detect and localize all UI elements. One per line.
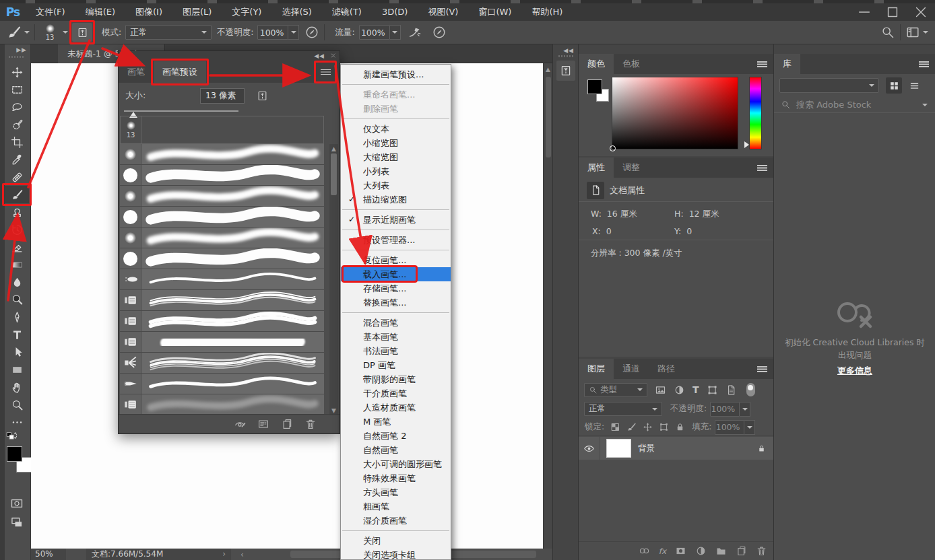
menu-item-5[interactable]: 仅文本 bbox=[341, 122, 451, 136]
quick-selection-tool[interactable] bbox=[5, 116, 29, 133]
opacity-field[interactable]: 100% bbox=[257, 25, 288, 40]
slider-track[interactable] bbox=[124, 110, 238, 112]
lock-position-icon[interactable] bbox=[643, 422, 653, 432]
delete-brush-icon[interactable] bbox=[304, 418, 317, 430]
tab-libraries[interactable]: 库 bbox=[774, 54, 800, 74]
menu-item-6[interactable]: 滤镜(T) bbox=[322, 3, 372, 21]
collapse-toolbar-icon[interactable]: ▶▶ bbox=[16, 46, 27, 53]
filter-adjustment-layers-icon[interactable] bbox=[674, 384, 685, 396]
zoom-tool[interactable] bbox=[5, 396, 29, 413]
menu-item-23[interactable]: 书法画笔 bbox=[341, 344, 451, 358]
collapse-panel-icon[interactable]: ◀◀ bbox=[314, 53, 325, 59]
size-input[interactable]: 13 像素 bbox=[200, 88, 245, 104]
foreground-color-swatch[interactable] bbox=[7, 446, 22, 462]
menu-item-6[interactable]: 小缩览图 bbox=[341, 136, 451, 150]
filter-type-layers-icon[interactable]: T bbox=[692, 384, 699, 395]
menu-item-37[interactable]: 关闭 bbox=[341, 534, 451, 548]
minimize-button[interactable] bbox=[850, 3, 878, 21]
menu-item-8[interactable]: 视图(V) bbox=[418, 3, 468, 21]
new-layer-icon[interactable] bbox=[736, 545, 747, 557]
history-brush-tool[interactable] bbox=[5, 221, 29, 238]
status-back-icon[interactable]: ‹ bbox=[240, 550, 244, 559]
filter-smart-objects-icon[interactable] bbox=[726, 384, 737, 396]
menu-item-17[interactable]: 载入画笔... bbox=[341, 267, 451, 281]
pen-tool[interactable] bbox=[5, 308, 29, 326]
menu-item-29[interactable]: 自然画笔 2 bbox=[341, 429, 451, 443]
menu-item-0[interactable]: 新建画笔预设... bbox=[341, 67, 451, 81]
lock-pixels-icon[interactable] bbox=[626, 422, 637, 432]
brush-tool[interactable] bbox=[5, 186, 29, 203]
menu-item-14[interactable]: 预设管理器... bbox=[341, 233, 451, 247]
menu-item-3[interactable]: 图层(L) bbox=[172, 3, 222, 21]
layer-name[interactable]: 背景 bbox=[638, 443, 655, 454]
toggle-brush-panel-button[interactable] bbox=[72, 23, 92, 42]
layer-opacity-dropdown[interactable] bbox=[740, 402, 750, 417]
tab-swatches[interactable]: 色板 bbox=[614, 54, 649, 74]
close-panel-icon[interactable] bbox=[330, 53, 336, 59]
flow-field[interactable]: 100% bbox=[359, 25, 390, 40]
menu-item-21[interactable]: 混合画笔 bbox=[341, 316, 451, 330]
crop-tool[interactable] bbox=[5, 133, 29, 151]
menu-item-0[interactable]: 文件(F) bbox=[26, 3, 75, 21]
collapsed-brush-panel-button[interactable] bbox=[556, 61, 575, 81]
menu-item-25[interactable]: 带阴影的画笔 bbox=[341, 372, 451, 386]
menu-item-18[interactable]: 存储画笔... bbox=[341, 281, 451, 295]
toggle-live-tip-preview-icon[interactable] bbox=[234, 418, 246, 430]
close-button[interactable] bbox=[907, 3, 935, 21]
hand-tool[interactable] bbox=[5, 378, 29, 396]
brush-panel-icon[interactable] bbox=[257, 90, 268, 102]
brush-list-scrollbar[interactable]: ▲ ▼ bbox=[329, 144, 338, 415]
lock-transparency-icon[interactable] bbox=[610, 422, 620, 432]
airbrush-icon[interactable] bbox=[408, 25, 422, 40]
brush-preset-row-10[interactable] bbox=[120, 353, 324, 374]
more-options-tool[interactable] bbox=[5, 413, 29, 431]
menu-item-27[interactable]: 人造材质画笔 bbox=[341, 400, 451, 415]
add-mask-icon[interactable] bbox=[675, 545, 686, 557]
panel-menu-icon[interactable] bbox=[757, 165, 767, 171]
brush-preset-row-9[interactable] bbox=[120, 332, 324, 353]
more-info-link[interactable]: 更多信息 bbox=[774, 365, 935, 377]
lasso-tool[interactable] bbox=[5, 98, 29, 116]
menu-item-2[interactable]: 图像(I) bbox=[125, 3, 172, 21]
menu-item-19[interactable]: 替换画笔... bbox=[341, 295, 451, 310]
status-expand-icon[interactable]: › bbox=[222, 549, 226, 560]
gradient-tool[interactable] bbox=[5, 256, 29, 273]
hue-slider[interactable] bbox=[749, 77, 762, 149]
brush-preset-row-5[interactable] bbox=[120, 248, 324, 269]
opacity-dropdown-button[interactable] bbox=[288, 25, 299, 40]
layer-fill-field[interactable]: 100% bbox=[715, 420, 744, 435]
scrollbar-thumb[interactable] bbox=[331, 153, 337, 195]
lock-artboard-icon[interactable] bbox=[659, 422, 669, 432]
panel-menu-icon[interactable] bbox=[919, 61, 929, 67]
brush-preset-row-7[interactable] bbox=[120, 290, 324, 311]
menu-item-8[interactable]: 小列表 bbox=[341, 164, 451, 178]
quick-mask-button[interactable] bbox=[5, 495, 29, 512]
scroll-up-icon[interactable]: ▲ bbox=[546, 66, 550, 73]
layer-style-icon[interactable]: fx bbox=[659, 547, 666, 556]
menu-item-7[interactable]: 大缩览图 bbox=[341, 150, 451, 164]
tab-paths[interactable]: 路径 bbox=[649, 359, 684, 379]
expand-dock-icon[interactable]: ◀◀ bbox=[563, 47, 574, 54]
menu-item-33[interactable]: 方头画笔 bbox=[341, 485, 451, 499]
tab-brush[interactable]: 画笔 bbox=[119, 61, 154, 83]
link-layers-icon[interactable] bbox=[639, 545, 650, 557]
filter-pixel-layers-icon[interactable] bbox=[655, 384, 666, 396]
brush-preset-row-6[interactable] bbox=[120, 269, 324, 290]
scrollbar-thumb[interactable] bbox=[546, 77, 551, 158]
open-preset-manager-icon[interactable] bbox=[257, 418, 269, 430]
rectangular-marquee-tool[interactable] bbox=[5, 81, 29, 98]
brush-preset-row-12[interactable] bbox=[120, 394, 324, 415]
brush-preset-picker[interactable]: 13 bbox=[40, 24, 60, 41]
menu-item-10[interactable]: ✓描边缩览图 bbox=[341, 193, 451, 207]
eyedropper-tool[interactable] bbox=[5, 151, 29, 168]
brush-preset-row-4[interactable] bbox=[120, 228, 324, 248]
screen-mode-button[interactable] bbox=[5, 514, 29, 530]
tab-channels[interactable]: 通道 bbox=[614, 359, 649, 379]
menu-item-10[interactable]: 帮助(H) bbox=[521, 3, 573, 21]
library-search-row[interactable]: 搜索 Adobe Stock bbox=[774, 97, 935, 113]
layer-visibility-toggle[interactable] bbox=[579, 437, 600, 460]
rectangle-tool[interactable] bbox=[5, 361, 29, 378]
menu-item-31[interactable]: 大小可调的圆形画笔 bbox=[341, 457, 451, 471]
menu-item-9[interactable]: 窗口(W) bbox=[468, 3, 521, 21]
dodge-tool[interactable] bbox=[5, 291, 29, 308]
